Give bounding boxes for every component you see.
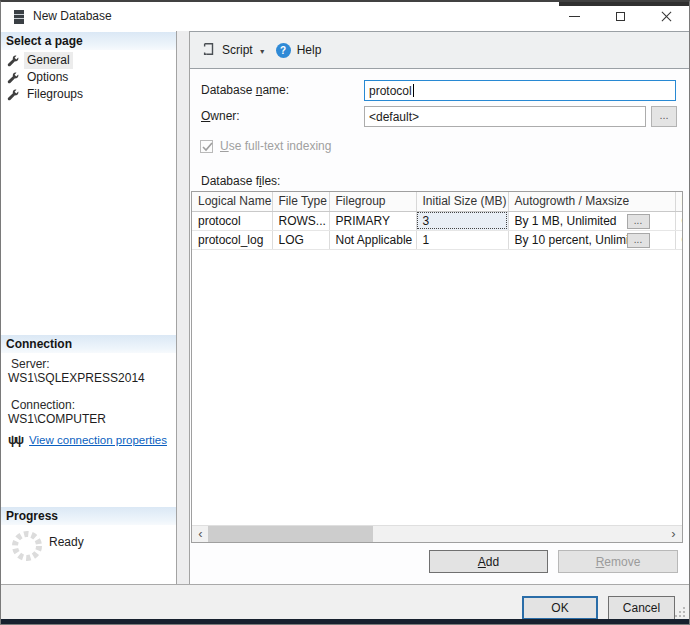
path-cell[interactable]: C [675, 211, 682, 230]
path-cell[interactable]: C [675, 230, 682, 249]
progress-section-header: Progress [1, 507, 176, 525]
sidebar-item-label: Filegroups [24, 86, 86, 103]
scroll-right-icon[interactable]: › [665, 526, 682, 542]
database-name-input[interactable]: protocol [364, 80, 676, 101]
database-files-grid: Logical Name File Type Filegroup Initial… [191, 191, 683, 543]
owner-label: Owner: [201, 109, 240, 123]
window-controls [551, 2, 689, 31]
file-type-cell[interactable]: LOG [272, 230, 329, 249]
script-icon [202, 42, 216, 59]
grid-viewport: Logical Name File Type Filegroup Initial… [192, 192, 682, 525]
add-button[interactable]: Add [429, 550, 548, 573]
progress-status: Ready [49, 535, 84, 549]
background-window-sliver [559, 0, 689, 6]
cancel-button[interactable]: Cancel [608, 596, 675, 620]
wrench-icon [7, 89, 19, 101]
owner-browse-button[interactable]: ... [651, 106, 677, 127]
close-button[interactable] [643, 2, 689, 31]
maximize-icon [616, 12, 625, 21]
table-row: protocol ROWS... PRIMARY 3 By 1 MB, Unli… [192, 211, 682, 230]
sidebar-item-label: Options [24, 69, 71, 86]
wrench-icon [7, 55, 19, 67]
autogrowth-cell[interactable]: By 10 percent, Unlimited... [508, 230, 675, 249]
server-value: WS1\SQLEXPRESS2014 [8, 371, 145, 385]
close-icon [660, 10, 673, 23]
autogrowth-browse-button[interactable]: ... [627, 214, 650, 229]
window-bottom-edge [1, 619, 689, 625]
new-database-dialog: New Database Select a page General Optio… [0, 0, 690, 625]
fulltext-checkbox [200, 140, 213, 153]
remove-button: Remove [558, 550, 678, 573]
scrollbar-thumb[interactable] [208, 526, 373, 542]
main-panel: Script ▼ ? Help Database name: protocol … [190, 31, 689, 584]
sidebar-item-general[interactable]: General [1, 52, 176, 69]
wrench-icon [7, 72, 19, 84]
toolbar: Script ▼ ? Help [190, 31, 689, 69]
filegroup-cell[interactable]: PRIMARY [329, 211, 416, 230]
resize-grip[interactable] [673, 605, 685, 617]
fulltext-checkbox-label: Use full-text indexing [220, 139, 331, 153]
help-icon: ? [276, 43, 291, 58]
autogrowth-cell[interactable]: By 1 MB, Unlimited... [508, 211, 675, 230]
database-window-icon [14, 10, 24, 24]
select-a-page-header: Select a page [1, 32, 176, 50]
view-connection-properties-row: ψψ View connection properties [8, 433, 167, 447]
column-header: Logical Name [192, 192, 272, 211]
connection-value: WS1\COMPUTER [8, 412, 106, 426]
general-page-content: Database name: protocol Owner: <default>… [190, 69, 689, 584]
text-caret [413, 84, 414, 97]
view-connection-properties-link[interactable]: View connection properties [29, 434, 167, 446]
column-header: Autogrowth / Maxsize [508, 192, 675, 211]
logical-name-cell[interactable]: protocol [192, 211, 272, 230]
sidebar-item-label: General [24, 52, 73, 69]
minimize-icon [569, 16, 580, 17]
ok-button[interactable]: OK [522, 596, 598, 620]
panel-splitter [176, 31, 190, 584]
database-files-label: Database files: [201, 174, 280, 188]
filegroup-cell[interactable]: Not Applicable [329, 230, 416, 249]
column-header: Filegroup [329, 192, 416, 211]
column-header: P [675, 192, 682, 211]
sidebar: Select a page General Options Filegroups… [1, 31, 176, 584]
sidebar-item-filegroups[interactable]: Filegroups [1, 86, 176, 103]
window-title: New Database [33, 9, 112, 23]
logical-name-cell[interactable]: protocol_log [192, 230, 272, 249]
table-row: protocol_log LOG Not Applicable 1 By 10 … [192, 230, 682, 249]
script-dropdown-arrow-icon[interactable]: ▼ [257, 45, 272, 55]
dialog-footer: OK Cancel [1, 584, 689, 620]
owner-input[interactable]: <default> [364, 106, 646, 127]
scroll-left-icon[interactable]: ‹ [192, 526, 209, 542]
grid-header-row: Logical Name File Type Filegroup Initial… [192, 192, 682, 211]
horizontal-scrollbar[interactable]: ‹ › [192, 525, 682, 542]
connection-section-header: Connection [1, 335, 176, 353]
file-type-cell[interactable]: ROWS... [272, 211, 329, 230]
connection-label: Connection: [11, 398, 75, 412]
minimize-button[interactable] [551, 2, 597, 31]
initial-size-cell[interactable]: 1 [416, 230, 508, 249]
initial-size-cell-selected[interactable]: 3 [416, 211, 508, 230]
column-header: File Type [272, 192, 329, 211]
titlebar: New Database [1, 2, 689, 31]
column-header: Initial Size (MB) [416, 192, 508, 211]
database-name-label: Database name: [201, 83, 289, 97]
help-button[interactable]: ? Help [272, 40, 326, 61]
server-label: Server: [11, 357, 50, 371]
sidebar-item-options[interactable]: Options [1, 69, 176, 86]
connection-properties-icon: ψψ [8, 433, 22, 447]
autogrowth-browse-button[interactable]: ... [627, 233, 650, 248]
help-button-label: Help [297, 43, 322, 57]
progress-spinner-icon [9, 528, 45, 567]
script-button[interactable]: Script [198, 39, 257, 62]
script-button-label: Script [222, 43, 253, 57]
maximize-button[interactable] [597, 2, 643, 31]
